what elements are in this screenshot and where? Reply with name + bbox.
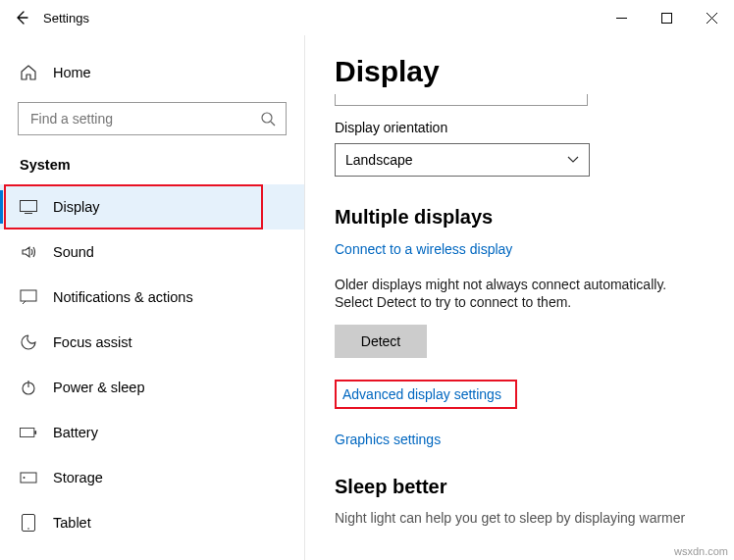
sidebar-item-label: Battery: [53, 425, 98, 440]
sidebar-item-notifications[interactable]: Notifications & actions: [0, 275, 304, 320]
notifications-icon: [20, 288, 37, 306]
window-title: Settings: [43, 11, 599, 25]
sidebar-item-label: Focus assist: [53, 334, 132, 350]
orientation-value: Landscape: [345, 152, 413, 168]
watermark: wsxdn.com: [674, 545, 728, 557]
svg-rect-6: [21, 201, 37, 212]
search-field[interactable]: [28, 110, 260, 127]
back-arrow-icon: [14, 10, 29, 25]
graphics-settings-link[interactable]: Graphics settings: [335, 432, 441, 447]
sidebar-item-tablet[interactable]: Tablet: [0, 500, 304, 545]
multiple-displays-title: Multiple displays: [335, 206, 734, 229]
search-icon: [260, 111, 276, 127]
svg-line-5: [271, 122, 275, 126]
minimize-button[interactable]: [599, 0, 644, 35]
svg-point-14: [24, 477, 26, 479]
page-title: Display: [335, 55, 734, 88]
sidebar-item-focus-assist[interactable]: Focus assist: [0, 320, 304, 365]
category-label: System: [0, 149, 304, 184]
sidebar-item-label: Display: [53, 199, 100, 215]
chevron-down-icon: [567, 156, 579, 164]
sidebar-item-label: Tablet: [53, 515, 91, 531]
main-content: Display Display orientation Landscape Mu…: [305, 35, 734, 560]
sidebar-item-display[interactable]: Display: [0, 184, 304, 229]
orientation-select[interactable]: Landscape: [335, 143, 590, 177]
battery-icon: [20, 424, 37, 441]
svg-rect-11: [20, 429, 33, 437]
close-icon: [707, 13, 717, 24]
sidebar-item-label: Power & sleep: [53, 380, 145, 395]
orientation-label: Display orientation: [335, 120, 734, 135]
highlight-box: [4, 184, 263, 229]
minimize-icon: [616, 13, 627, 24]
sidebar-item-sound[interactable]: Sound: [0, 229, 304, 275]
maximize-button[interactable]: [644, 0, 689, 35]
sleep-better-title: Sleep better: [335, 476, 734, 498]
sidebar-item-label: Sound: [53, 244, 94, 260]
display-icon: [20, 198, 37, 216]
sidebar-item-label: Notifications & actions: [53, 289, 193, 305]
sidebar: Home System Display Sound Notifications …: [0, 35, 304, 560]
svg-rect-8: [21, 290, 36, 301]
sidebar-item-label: Storage: [53, 470, 103, 485]
storage-icon: [20, 469, 37, 486]
sleep-better-text: Night light can help you get to sleep by…: [335, 510, 734, 526]
home-label: Home: [53, 65, 91, 80]
home-link[interactable]: Home: [0, 53, 304, 92]
sidebar-item-battery[interactable]: Battery: [0, 410, 304, 455]
svg-point-16: [27, 528, 29, 530]
titlebar: Settings: [0, 0, 734, 35]
sound-icon: [20, 243, 37, 261]
advanced-display-link[interactable]: Advanced display settings: [342, 386, 501, 402]
detect-button[interactable]: Detect: [335, 325, 427, 358]
svg-point-4: [262, 113, 272, 123]
search-input[interactable]: [18, 102, 287, 135]
svg-rect-12: [34, 431, 36, 434]
focus-assist-icon: [20, 333, 37, 351]
sidebar-item-power-sleep[interactable]: Power & sleep: [0, 365, 304, 410]
maximize-icon: [661, 13, 672, 24]
close-button[interactable]: [689, 0, 734, 35]
scale-slider-remnant: [335, 94, 588, 106]
tablet-icon: [20, 514, 37, 532]
svg-rect-13: [21, 473, 36, 483]
power-icon: [20, 379, 37, 396]
advanced-link-highlight: Advanced display settings: [335, 380, 517, 409]
back-button[interactable]: [0, 10, 43, 25]
svg-rect-1: [661, 13, 671, 23]
wireless-display-link[interactable]: Connect to a wireless display: [335, 241, 512, 257]
older-displays-text: Older displays might not always connect …: [335, 276, 688, 311]
sidebar-item-storage[interactable]: Storage: [0, 455, 304, 500]
home-icon: [20, 64, 37, 81]
